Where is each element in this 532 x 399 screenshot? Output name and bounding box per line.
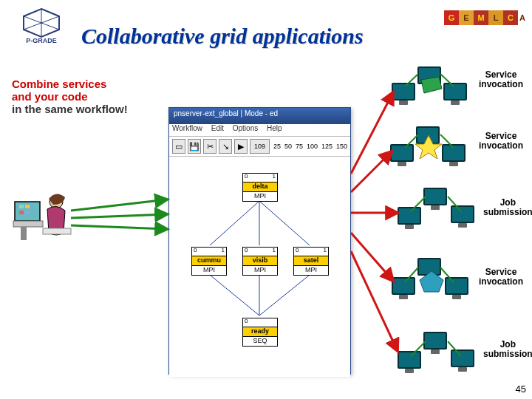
tool-zoom-field[interactable]: 109 bbox=[250, 139, 270, 154]
svg-text:L: L bbox=[494, 13, 499, 22]
tool-new-icon[interactable]: ▭ bbox=[172, 139, 185, 154]
label-service-1: Serviceinvocation bbox=[479, 70, 523, 89]
svg-line-36 bbox=[71, 225, 167, 229]
svg-text:P-GRADE: P-GRADE bbox=[26, 37, 57, 44]
svg-text:E: E bbox=[463, 13, 468, 22]
pgrade-logo: P-GRADE bbox=[7, 6, 75, 47]
svg-rect-24 bbox=[43, 228, 71, 234]
svg-rect-19 bbox=[19, 211, 24, 214]
tool-play-icon[interactable]: ▶ bbox=[234, 139, 248, 154]
svg-marker-33 bbox=[420, 271, 443, 292]
puzzle-logo: G E M L C A bbox=[443, 4, 528, 34]
svg-line-34 bbox=[71, 200, 167, 211]
svg-marker-31 bbox=[421, 77, 442, 93]
cluster-3 bbox=[398, 185, 475, 233]
tool-cut-icon[interactable]: ✂ bbox=[203, 139, 216, 154]
svg-rect-22 bbox=[21, 227, 27, 240]
cluster-5 bbox=[398, 329, 475, 377]
svg-text:A: A bbox=[519, 13, 525, 22]
svg-line-37 bbox=[351, 92, 393, 174]
window-titlebar: pnserver-ext_global | Mode - ed bbox=[169, 108, 350, 124]
cluster-1 bbox=[392, 61, 469, 109]
svg-rect-17 bbox=[19, 205, 24, 208]
svg-line-28 bbox=[210, 275, 259, 316]
svg-line-38 bbox=[351, 151, 392, 192]
svg-marker-32 bbox=[415, 135, 442, 159]
tool-link-icon[interactable]: ↘ bbox=[219, 139, 232, 154]
svg-text:G: G bbox=[449, 13, 455, 22]
tool-save-icon[interactable]: 💾 bbox=[188, 139, 201, 154]
label-job-2: Jobsubmission bbox=[483, 340, 532, 359]
label-job-1: Jobsubmission bbox=[483, 198, 532, 217]
workflow-window: pnserver-ext_global | Mode - ed Workflow… bbox=[168, 107, 351, 375]
svg-line-30 bbox=[259, 275, 310, 316]
page-title: Collaborative grid applications bbox=[81, 24, 364, 49]
svg-line-27 bbox=[259, 201, 310, 245]
label-service-3: Serviceinvocation bbox=[479, 267, 523, 287]
workflow-canvas[interactable]: 01deltaMPI 01cummuMPI 01visibMPI 01satel… bbox=[169, 157, 350, 377]
cluster-2 bbox=[390, 122, 468, 170]
page-number: 45 bbox=[516, 383, 526, 395]
menu-options[interactable]: Options bbox=[233, 124, 258, 132]
label-service-2: Serviceinvocation bbox=[479, 132, 523, 151]
menu-edit[interactable]: Edit bbox=[211, 124, 224, 132]
subtitle: Combine services and your code in the sa… bbox=[12, 78, 128, 115]
node-satel[interactable]: 01satelMPI bbox=[293, 247, 329, 276]
node-visib[interactable]: 01visibMPI bbox=[242, 247, 278, 276]
menubar[interactable]: Workflow Edit Options Help bbox=[169, 124, 350, 137]
svg-rect-20 bbox=[25, 211, 30, 214]
toolbar: ▭ 💾 ✂ ↘ ▶ 109 25 50 75 100 125 150 bbox=[169, 137, 350, 157]
node-ready[interactable]: 0readySEQ bbox=[242, 318, 278, 347]
svg-line-35 bbox=[71, 214, 167, 218]
user-icon bbox=[12, 188, 71, 255]
node-cummu[interactable]: 01cummuMPI bbox=[191, 247, 227, 276]
cluster-4 bbox=[392, 255, 469, 303]
svg-rect-21 bbox=[13, 221, 43, 227]
node-delta[interactable]: 01deltaMPI bbox=[242, 173, 278, 202]
svg-line-41 bbox=[351, 251, 398, 351]
menu-workflow[interactable]: Workflow bbox=[172, 124, 202, 132]
svg-text:C: C bbox=[508, 13, 514, 22]
svg-text:M: M bbox=[477, 13, 484, 22]
svg-line-40 bbox=[351, 233, 393, 281]
svg-line-25 bbox=[210, 201, 259, 245]
svg-rect-18 bbox=[25, 205, 30, 208]
menu-help[interactable]: Help bbox=[267, 124, 282, 132]
